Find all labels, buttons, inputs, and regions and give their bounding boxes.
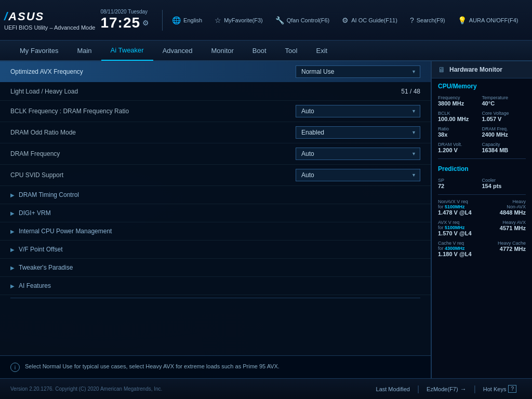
bios-title: UEFI BIOS Utility – Advanced Mode	[4, 24, 95, 31]
core-voltage-label: Core Voltage	[482, 111, 526, 116]
tweakers-paradise-label: Tweaker's Paradise	[19, 264, 73, 271]
nav-monitor[interactable]: Monitor	[202, 40, 243, 61]
search-label: Search(F9)	[417, 17, 445, 23]
dram-odd-ratio-dropdown[interactable]: Enabled Disabled	[296, 126, 420, 139]
dram-frequency-row[interactable]: DRAM Frequency Auto DDR4-2133 DDR4-2400	[0, 143, 431, 165]
dram-frequency-label: DRAM Frequency	[10, 150, 60, 157]
right-panel: 🖥 Hardware Monitor CPU/Memory Frequency …	[431, 61, 532, 378]
nav-bar: My Favorites Main Ai Tweaker Advanced Mo…	[0, 41, 532, 61]
cpu-svid-dropdown[interactable]: Auto Enabled Disabled	[296, 169, 420, 181]
chevron-right-icon: ▶	[10, 265, 15, 271]
ratio-stat: Ratio 38x	[438, 124, 482, 140]
ai-features-row[interactable]: ▶ AI Features	[0, 277, 431, 295]
frequency-label: Frequency	[438, 95, 482, 100]
avx-freq: 5100MHz	[445, 225, 465, 230]
nav-advanced[interactable]: Advanced	[153, 40, 202, 61]
bclk-dram-dropdown-wrapper: Auto 100:133 100:100	[296, 105, 420, 117]
avx-voltage: 1.570 V @L4	[438, 230, 472, 236]
hot-keys-button[interactable]: Hot Keys ?	[478, 383, 522, 395]
cpu-svid-row[interactable]: CPU SVID Support Auto Enabled Disabled	[0, 165, 431, 186]
ez-mode-label: EzMode(F7)	[427, 386, 458, 392]
vf-point-row[interactable]: ▶ V/F Point Offset	[0, 241, 431, 259]
oc-icon: ⚙	[342, 16, 349, 24]
aura-icon: 💡	[458, 16, 467, 24]
cache-freq: 4300MHz	[445, 246, 465, 251]
cache-section: Cache V req for 4300MHz 1.180 V @L4 Heav…	[432, 238, 532, 259]
last-modified-button[interactable]: Last Modified	[371, 384, 415, 394]
aioc-button[interactable]: ⚙ AI OC Guide(F11)	[338, 14, 402, 26]
avx-frequency-dropdown-wrapper: Normal Use Heavy AVX Custom	[296, 65, 420, 78]
bclk-value: 100.00 MHz	[438, 116, 482, 122]
cooler-label: Cooler	[482, 178, 526, 183]
info-text: Select Normal Use for typical use cases,…	[25, 362, 280, 371]
version-text: Version 2.20.1276. Copyright (C) 2020 Am…	[10, 386, 162, 392]
cpu-memory-stats: Frequency 3800 MHz Temperature 40°C BCLK…	[432, 92, 532, 156]
non-avx-left: NonAVX V req for 5100MHz 1.478 V @L4	[438, 199, 472, 216]
bclk-label: BCLK	[438, 111, 482, 116]
heavy-avx-label: Heavy AVX	[500, 220, 526, 225]
dram-freq-label: DRAM Freq.	[482, 126, 526, 131]
vf-point-label: V/F Point Offset	[19, 246, 62, 253]
nav-boot[interactable]: Boot	[243, 40, 276, 61]
dram-timing-row[interactable]: ▶ DRAM Timing Control	[0, 186, 431, 204]
arrow-right-icon: →	[460, 385, 467, 393]
non-avx-voltage: 1.478 V @L4	[438, 209, 472, 216]
heavy-avx-value: 4571 MHz	[500, 225, 526, 231]
settings-area: Optimized AVX Frequency Normal Use Heavy…	[0, 61, 431, 305]
heavy-cache-label: Heavy Cache	[498, 241, 526, 246]
header-buttons: 🌐 English ☆ MyFavorite(F3) 🔧 Qfan Contro…	[168, 14, 528, 26]
last-modified-label: Last Modified	[376, 386, 410, 392]
sp-label: SP	[438, 178, 482, 183]
ez-mode-button[interactable]: EzMode(F7) →	[421, 383, 472, 395]
chevron-right-icon: ▶	[10, 247, 15, 252]
nav-main[interactable]: Main	[68, 40, 101, 61]
favorite-icon: ☆	[215, 16, 221, 24]
cooler-stat: Cooler 154 pts	[482, 176, 526, 191]
aioc-label: AI OC Guide(F11)	[351, 17, 397, 23]
english-button[interactable]: 🌐 English	[168, 14, 206, 26]
cooler-value: 154 pts	[482, 183, 526, 189]
nav-tool[interactable]: Tool	[276, 40, 307, 61]
nav-my-favorites[interactable]: My Favorites	[10, 40, 68, 61]
non-avx-right: Heavy Non-AVX 4848 MHz	[500, 199, 526, 216]
hw-monitor-header: 🖥 Hardware Monitor	[432, 61, 532, 78]
avx-left: AVX V req for 5100MHz 1.570 V @L4	[438, 220, 472, 236]
separator	[10, 298, 420, 298]
dram-odd-ratio-label: DRAM Odd Ratio Mode	[10, 129, 76, 136]
frequency-value: 3800 MHz	[438, 100, 482, 107]
info-box: i Select Normal Use for typical use case…	[0, 355, 431, 378]
dram-volt-label: DRAM Volt.	[438, 142, 482, 147]
globe-icon: 🌐	[172, 16, 181, 24]
chevron-right-icon: ▶	[10, 210, 15, 216]
myfavorite-button[interactable]: ☆ MyFavorite(F3)	[210, 14, 267, 26]
avx-frequency-label: Optimized AVX Frequency	[10, 68, 83, 75]
sp-value: 72	[438, 183, 482, 189]
heavy-non-avx-value: 4848 MHz	[500, 209, 526, 216]
avx-frequency-row[interactable]: Optimized AVX Frequency Normal Use Heavy…	[0, 61, 431, 82]
nav-ai-tweaker[interactable]: Ai Tweaker	[101, 40, 153, 61]
settings-icon[interactable]: ⚙	[142, 19, 149, 27]
internal-cpu-row[interactable]: ▶ Internal CPU Power Management	[0, 222, 431, 241]
chevron-right-icon: ▶	[10, 283, 15, 289]
english-label: English	[183, 17, 202, 23]
search-button[interactable]: ? Search(F9)	[406, 14, 449, 26]
aura-button[interactable]: 💡 AURA ON/OFF(F4)	[454, 14, 523, 26]
tweakers-paradise-row[interactable]: ▶ Tweaker's Paradise	[0, 259, 431, 277]
dram-odd-ratio-dropdown-wrapper: Enabled Disabled	[296, 126, 420, 139]
qfan-button[interactable]: 🔧 Qfan Control(F6)	[271, 14, 334, 26]
header: /ASUS UEFI BIOS Utility – Advanced Mode …	[0, 0, 532, 41]
myfavorite-label: MyFavorite(F3)	[224, 17, 263, 23]
digi-vrm-row[interactable]: ▶ DIGI+ VRM	[0, 204, 431, 222]
bclk-dram-ratio-row[interactable]: BCLK Frequency : DRAM Frequency Ratio Au…	[0, 101, 431, 122]
asus-logo: /ASUS	[4, 10, 44, 23]
dram-frequency-dropdown[interactable]: Auto DDR4-2133 DDR4-2400	[296, 148, 420, 160]
non-avx-for-label: for 5100MHz	[438, 204, 472, 209]
chevron-right-icon: ▶	[10, 229, 15, 234]
hw-divider-2	[438, 194, 526, 195]
nav-exit[interactable]: Exit	[307, 40, 337, 61]
dram-odd-ratio-row[interactable]: DRAM Odd Ratio Mode Enabled Disabled	[0, 122, 431, 143]
bclk-dram-ratio-dropdown[interactable]: Auto 100:133 100:100	[296, 105, 420, 117]
date-display: 08/11/2020 Tuesday	[100, 9, 148, 15]
avx-frequency-dropdown[interactable]: Normal Use Heavy AVX Custom	[296, 65, 420, 78]
logo-area: /ASUS UEFI BIOS Utility – Advanced Mode	[4, 10, 95, 31]
